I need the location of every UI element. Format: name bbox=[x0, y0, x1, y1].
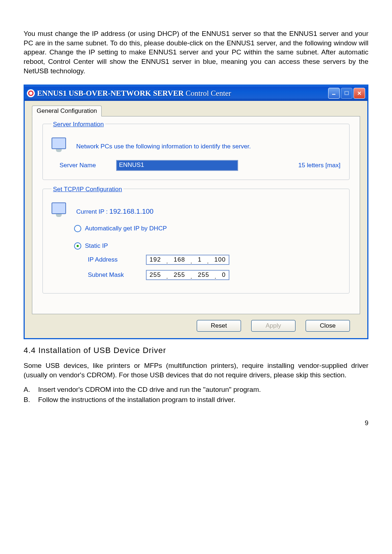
subnet-mask-input[interactable]: 255. 255. 255. 0 bbox=[146, 270, 229, 280]
ip-octet[interactable]: 100 bbox=[215, 256, 226, 263]
window-title: ENNUS1 USB-OVER-NETWORK SERVER Control C… bbox=[37, 89, 327, 98]
ip-octet[interactable]: 1 bbox=[198, 256, 201, 263]
tab-panel: Server Information Network PCs use the f… bbox=[32, 116, 360, 314]
minimize-button[interactable] bbox=[328, 88, 340, 99]
current-ip-label: Current IP : bbox=[76, 208, 108, 215]
section-heading-4-4: 4.4 Installation of USB Device Driver bbox=[24, 346, 368, 355]
list-text: Follow the instructions of the installat… bbox=[38, 395, 236, 405]
maximize-button[interactable] bbox=[341, 88, 352, 99]
current-ip-row: Current IP : 192.168.1.100 bbox=[76, 208, 154, 216]
radio-static[interactable] bbox=[74, 242, 81, 250]
svg-rect-1 bbox=[332, 94, 335, 95]
tcpip-configuration-fieldset: Set TCP/IP Configuration Current IP : 19… bbox=[42, 189, 350, 294]
svg-rect-2 bbox=[345, 91, 348, 95]
radio-dhcp-row[interactable]: Automatically get IP by DHCP bbox=[74, 225, 340, 232]
ip-octet[interactable]: 255 bbox=[173, 271, 185, 279]
ip-octet[interactable]: 255 bbox=[150, 271, 161, 279]
radio-static-row[interactable]: Static IP bbox=[74, 242, 340, 250]
network-computer-icon bbox=[52, 138, 71, 156]
window-title-light: Control Center bbox=[184, 89, 231, 98]
current-ip-value: 192.168.1.100 bbox=[109, 208, 154, 215]
close-button[interactable] bbox=[354, 88, 365, 99]
ip-octet[interactable]: 255 bbox=[198, 271, 209, 279]
title-bar: ENNUS1 USB-OVER-NETWORK SERVER Control C… bbox=[25, 86, 367, 101]
list-item-b: B. Follow the instructions of the instal… bbox=[24, 395, 368, 405]
page-number: 9 bbox=[24, 419, 368, 427]
list-letter: A. bbox=[24, 385, 38, 395]
button-row: Reset Apply Close bbox=[32, 314, 360, 332]
server-information-fieldset: Server Information Network PCs use the f… bbox=[42, 124, 350, 180]
ip-address-input[interactable]: 192. 168. 1. 100 bbox=[146, 255, 229, 265]
reset-button[interactable]: Reset bbox=[197, 320, 241, 332]
window-title-bold: ENNUS1 USB-OVER-NETWORK SERVER bbox=[37, 89, 184, 98]
server-information-legend: Server Information bbox=[52, 121, 105, 128]
ip-octet[interactable]: 192 bbox=[150, 256, 161, 263]
list-item-a: A. Insert vendor's CDROM into the CD dri… bbox=[24, 385, 368, 395]
svg-point-0 bbox=[29, 91, 33, 95]
subnet-mask-label: Subnet Mask bbox=[88, 271, 139, 279]
control-center-window: ENNUS1 USB-OVER-NETWORK SERVER Control C… bbox=[24, 85, 368, 339]
apply-button[interactable]: Apply bbox=[251, 320, 295, 332]
list-letter: B. bbox=[24, 395, 38, 405]
window-body: General Configuration Server Information… bbox=[25, 101, 367, 338]
close-dialog-button[interactable]: Close bbox=[306, 320, 350, 332]
ip-octet[interactable]: 168 bbox=[173, 256, 185, 263]
server-name-label: Server Name bbox=[60, 162, 110, 169]
section-paragraph: Some USB devices, like printers or MFPs … bbox=[24, 361, 368, 379]
server-info-description: Network PCs use the following informatio… bbox=[76, 143, 251, 150]
radio-dhcp[interactable] bbox=[74, 225, 81, 232]
radio-dhcp-label: Automatically get IP by DHCP bbox=[85, 225, 167, 232]
ip-octet[interactable]: 0 bbox=[222, 271, 225, 279]
ip-address-label: IP Address bbox=[88, 256, 139, 263]
tab-general-configuration[interactable]: General Configuration bbox=[32, 106, 102, 116]
server-name-input[interactable]: ENNUS1 bbox=[116, 160, 238, 171]
radio-static-label: Static IP bbox=[85, 242, 108, 250]
server-name-hint: 15 letters [max] bbox=[298, 162, 340, 169]
app-icon bbox=[27, 89, 35, 97]
tcpip-configuration-legend: Set TCP/IP Configuration bbox=[52, 186, 123, 193]
intro-paragraph: You must change the IP address (or using… bbox=[24, 29, 368, 75]
list-text: Insert vendor's CDROM into the CD drive … bbox=[38, 385, 261, 395]
network-computer-icon bbox=[52, 202, 71, 221]
